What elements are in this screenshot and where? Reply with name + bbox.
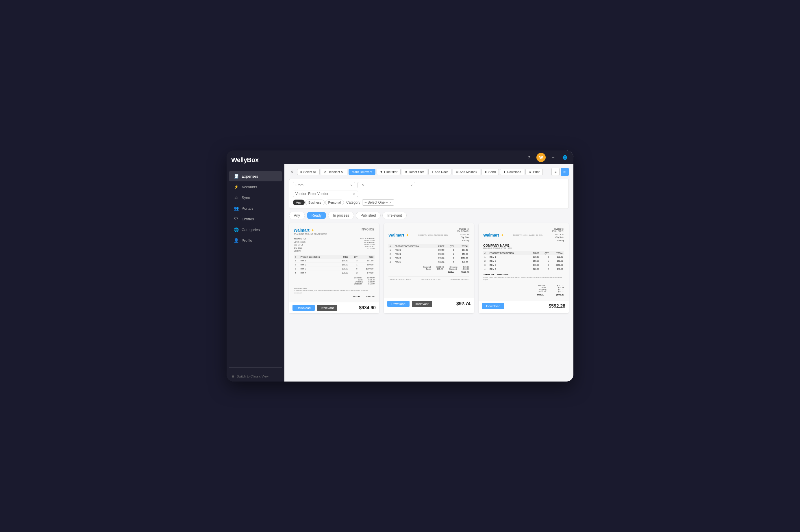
- table-row: 2ITEM 2$50.001$50.00: [388, 252, 469, 256]
- walmart-text-3: Walmart: [483, 233, 499, 238]
- invoice-meta-1: INVOICE DATE 00.00.0000 DUE DATE 00.00.0…: [360, 238, 375, 253]
- from-clear-icon[interactable]: ×: [350, 184, 353, 187]
- sidebar-divider: [229, 367, 282, 368]
- invoice-preview-1: Walmart ✦ BRANDING TAGLINE SPACE HERE IN…: [289, 223, 379, 302]
- download-invoice-1-button[interactable]: Download: [293, 305, 315, 311]
- select-all-button[interactable]: ≡ Select All: [297, 169, 320, 175]
- status-ready-button[interactable]: Ready: [306, 212, 327, 219]
- walmart-text-1: Walmart: [294, 228, 310, 232]
- irrelevant-invoice-1-button[interactable]: Irrelevant: [317, 305, 337, 311]
- terms-label-2: TERMS & CONDITIONS: [388, 279, 411, 281]
- sidebar-item-profile[interactable]: 👤 Profile: [229, 235, 282, 246]
- reset-filter-button[interactable]: ↺ Reset filter: [402, 169, 427, 175]
- portals-icon: 👥: [234, 206, 239, 211]
- sidebar-item-accounts[interactable]: ⚡ Accounts: [229, 182, 282, 192]
- type-filter-row: Any Business Personal Category – Select …: [293, 199, 565, 206]
- type-any-button[interactable]: Any: [293, 200, 304, 205]
- status-any-button[interactable]: Any: [289, 212, 305, 219]
- sidebar-item-label: Sync: [242, 195, 250, 200]
- invoice-preview-3: Walmart ✦ RECEIPT # 14256 • MARCH 05, 20…: [479, 223, 569, 301]
- invoice-notes-1: Additional notes Ut enim ad minim veniam…: [294, 287, 375, 294]
- deselect-all-button[interactable]: ✕ Deselect All: [321, 169, 348, 175]
- filters-panel: From × To × Vendor ×: [289, 179, 569, 209]
- print-button[interactable]: 🖨 Print: [525, 169, 543, 175]
- close-button[interactable]: ×: [289, 169, 295, 175]
- invoice-grid: Walmart ✦ BRANDING TAGLINE SPACE HERE IN…: [289, 223, 569, 314]
- globe-icon[interactable]: 🌐: [561, 153, 569, 162]
- invoice-preview-2: Walmart ✦ RECEIPT # 14256 • MARCH 05, 20…: [384, 223, 474, 298]
- download-invoice-3-button[interactable]: Download: [482, 303, 504, 309]
- profile-icon: 👤: [234, 238, 239, 243]
- switch-classic-view[interactable]: 🖥 Switch to Classic View: [227, 371, 284, 381]
- sidebar-item-categories[interactable]: 🌐 Categories: [229, 224, 282, 235]
- table-row: 3ITEM 3$70.005$350.00: [388, 256, 469, 260]
- company-tagline-3: BRANDING TAGLINE SPACE HERE: [483, 247, 564, 249]
- add-docs-button[interactable]: + Add Docs: [428, 169, 451, 175]
- table-row: 3ITEM 3$70.005$350.00: [483, 263, 564, 267]
- status-published-button[interactable]: Published: [356, 212, 381, 219]
- date-filter-row: From × To ×: [293, 182, 565, 188]
- sidebar-item-label: Portals: [242, 206, 253, 211]
- sidebar-item-portals[interactable]: 👥 Portals: [229, 203, 282, 213]
- list-view-button[interactable]: ≡: [552, 168, 560, 176]
- download-invoice-2-button[interactable]: Download: [387, 301, 410, 307]
- additional-notes-label-2: ADDITIONAL NOTES: [421, 279, 441, 281]
- type-personal-button[interactable]: Personal: [325, 200, 344, 205]
- invoice-table-2: # PRODUCT DESCRIPTION PRICE QTY TOTAL 1I…: [388, 244, 469, 264]
- mark-relevant-button[interactable]: Mark Relevant: [349, 169, 375, 175]
- walmart-logo-3: Walmart ✦: [483, 233, 504, 238]
- help-icon[interactable]: ?: [525, 153, 533, 162]
- type-business-button[interactable]: Business: [305, 200, 324, 205]
- sidebar-item-sync[interactable]: ⇄ Sync: [229, 192, 282, 203]
- walmart-star-1: ✦: [311, 228, 314, 232]
- invoice-total-1: TOTAL$592.28: [294, 295, 375, 298]
- invoice-totals-3: Subtotal$531.50 Taxes$53.78 Shipping$32.…: [483, 283, 564, 296]
- sidebar-item-label: Profile: [242, 238, 252, 243]
- to-clear-icon[interactable]: ×: [410, 184, 413, 187]
- invoice-card-2: Walmart ✦ RECEIPT # 14256 • MARCH 05, 20…: [384, 223, 474, 314]
- status-irrelevant-button[interactable]: Irrelevant: [383, 212, 407, 219]
- invoice-header-1: Walmart ✦ BRANDING TAGLINE SPACE HERE IN…: [294, 228, 375, 235]
- sidebar-item-entities[interactable]: 🛡 Entities: [229, 214, 282, 224]
- expenses-icon: 🧾: [234, 174, 239, 178]
- entities-icon: 🛡: [234, 216, 239, 221]
- category-select[interactable]: – Select One – ×: [362, 199, 394, 206]
- vendor-input[interactable]: Vendor ×: [293, 191, 358, 197]
- send-button[interactable]: ➤ Send: [482, 169, 499, 175]
- irrelevant-invoice-2-button[interactable]: Irrelevant: [412, 301, 432, 307]
- terms-section-3: TERMS AND CONDITIONS Lorem ipsum dolor s…: [483, 273, 564, 281]
- from-date-input[interactable]: From ×: [293, 182, 355, 188]
- table-row: 4Item 4$20.002$40.00: [294, 271, 375, 275]
- vendor-clear-icon[interactable]: ×: [353, 192, 355, 196]
- sidebar-item-expenses[interactable]: 🧾 Expenses: [229, 171, 282, 182]
- table-row: 2Item 2$50.001$50.00: [294, 263, 375, 267]
- category-clear-icon[interactable]: ×: [389, 201, 392, 205]
- sidebar: WellyBox 🧾 Expenses ⚡ Accounts ⇄ Sync 👥 …: [227, 151, 284, 381]
- download-icon: ⬇: [503, 170, 506, 174]
- toolbar: × ≡ Select All ✕ Deselect All Mark Relev…: [289, 168, 569, 176]
- walmart-logo-2: Walmart ✦: [388, 233, 409, 238]
- forward-icon[interactable]: →: [549, 153, 557, 162]
- download-button[interactable]: ⬇ Download: [500, 169, 524, 175]
- content-area: × ≡ Select All ✕ Deselect All Mark Relev…: [284, 164, 573, 381]
- invoice-card-footer-2: Download Irrelevant $92.74: [384, 298, 474, 309]
- status-in-process-button[interactable]: In process: [328, 212, 354, 219]
- invoice-to-block-1: INVOICE TO: Lorem Ipsum 123 St, Ut, City…: [294, 238, 306, 253]
- user-avatar[interactable]: W: [536, 153, 546, 162]
- grid-view-button[interactable]: ⊞: [561, 168, 569, 176]
- table-row: 4ITEM 4$20.002$40.00: [483, 267, 564, 271]
- from-label: From: [295, 183, 303, 187]
- invoice-card-3: Walmart ✦ RECEIPT # 14256 • MARCH 05, 20…: [479, 223, 569, 314]
- invoice-table-3: # PRODUCT DESCRIPTION PRICE QTY TOTAL 1I…: [483, 251, 564, 271]
- add-mailbox-button[interactable]: ✉ Add Mailbox: [452, 169, 480, 175]
- hide-filter-button[interactable]: ▼ Hide filter: [377, 169, 401, 175]
- vendor-field[interactable]: [308, 192, 351, 196]
- to-date-field[interactable]: [365, 183, 409, 187]
- to-date-input[interactable]: To ×: [357, 182, 415, 188]
- category-filter: Category – Select One – ×: [346, 199, 394, 206]
- customer-info-3: JOHN SMITH123 Ct. st,City StateCountry: [552, 230, 564, 242]
- avatar-letter: W: [539, 155, 543, 160]
- from-date-field[interactable]: [305, 183, 349, 187]
- to-label: To: [360, 183, 364, 187]
- send-icon: ➤: [485, 170, 487, 174]
